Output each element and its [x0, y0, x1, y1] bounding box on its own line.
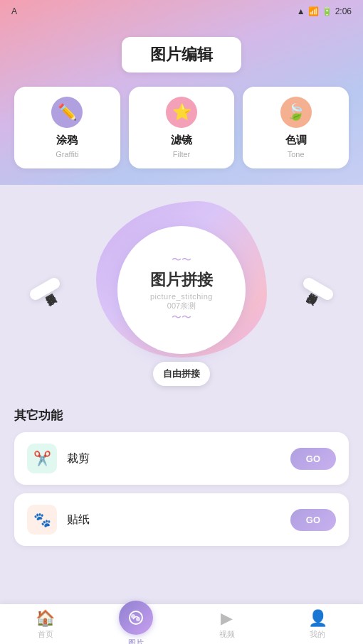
stitching-circle[interactable]: 〜〜 图片拼接 picture_stitching 007亲测 〜〜	[117, 226, 246, 354]
feature-card-filter[interactable]: ⭐ 滤镜 Filter	[129, 87, 235, 168]
filter-label-cn: 滤镜	[171, 134, 192, 147]
func-card-crop[interactable]: ✂️ 裁剪 GO	[14, 432, 349, 485]
time-display: 2:06	[335, 6, 352, 16]
nav-item-mine[interactable]: 👤 我的	[273, 609, 364, 640]
wavy-decoration: 〜〜	[172, 254, 191, 267]
mine-nav-label: 我的	[310, 629, 325, 640]
battery-icon: 🔋	[322, 6, 332, 16]
page-title-wrap: 图片编辑	[0, 37, 363, 73]
crop-label: 裁剪	[67, 451, 290, 466]
signal-icon: 📶	[308, 6, 319, 16]
stitching-area: 〜〜 图片拼接 picture_stitching 007亲测 〜〜 竖图拼接 …	[0, 180, 363, 400]
photo-nav-label: 图片	[128, 638, 144, 645]
video-nav-icon: ▶	[221, 609, 233, 628]
section-title: 其它功能	[14, 407, 349, 424]
free-stitch-button[interactable]: 自由拼接	[153, 362, 210, 386]
video-nav-label: 视频	[219, 629, 235, 640]
sticker-go-button[interactable]: GO	[290, 509, 336, 531]
main-content: 图片编辑 ✏️ 涂鸦 Graffiti ⭐ 滤镜 Filter 🍃 色调 Ton…	[0, 23, 363, 604]
graffiti-label-en: Graffiti	[56, 150, 78, 159]
feature-card-graffiti[interactable]: ✏️ 涂鸦 Graffiti	[14, 87, 120, 168]
filter-label-en: Filter	[173, 150, 190, 159]
sticker-icon: 🐾	[27, 505, 57, 535]
tone-label-en: Tone	[288, 150, 305, 159]
wavy-decoration-bottom: 〜〜	[172, 311, 191, 324]
page-title: 图片编辑	[122, 37, 241, 73]
stitching-title-cn: 图片拼接	[150, 269, 213, 291]
nav-item-video[interactable]: ▶ 视频	[182, 609, 273, 640]
graffiti-label-cn: 涂鸦	[56, 134, 78, 147]
stitching-subtitle: 007亲测	[167, 301, 196, 311]
vertical-stitch-button[interactable]: 竖图拼接	[28, 276, 62, 302]
tone-label-cn: 色调	[285, 134, 307, 147]
status-bar: A ▲ 📶 🔋 2:06	[0, 0, 363, 23]
crop-go-button[interactable]: GO	[290, 448, 336, 470]
nav-item-photo[interactable]: 图片	[91, 601, 182, 645]
tone-icon: 🍃	[280, 97, 312, 128]
func-card-sticker[interactable]: 🐾 贴纸 GO	[14, 493, 349, 546]
nav-item-home[interactable]: 🏠 首页	[0, 609, 91, 640]
sticker-label: 贴纸	[67, 512, 290, 527]
feature-card-tone[interactable]: 🍃 色调 Tone	[243, 87, 349, 168]
feature-cards: ✏️ 涂鸦 Graffiti ⭐ 滤镜 Filter 🍃 色调 Tone	[0, 87, 363, 168]
app-icon: A	[11, 6, 17, 16]
photo-nav-icon	[119, 601, 153, 635]
bottom-nav: 🏠 首页 图片 ▶ 视频 👤 我的	[0, 604, 363, 644]
other-section: 其它功能 ✂️ 裁剪 GO 🐾 贴纸 GO	[0, 407, 363, 546]
wifi-icon: ▲	[297, 6, 305, 16]
crop-icon: ✂️	[27, 444, 57, 473]
home-nav-label: 首页	[38, 629, 53, 640]
svg-point-0	[130, 611, 142, 624]
home-nav-icon: 🏠	[36, 609, 55, 628]
horizontal-stitch-button[interactable]: 横图拼接	[301, 276, 335, 302]
mine-nav-icon: 👤	[308, 609, 327, 628]
status-right: ▲ 📶 🔋 2:06	[297, 6, 352, 16]
filter-icon: ⭐	[166, 97, 197, 128]
stitching-title-en: picture_stitching	[150, 292, 213, 301]
graffiti-icon: ✏️	[51, 97, 83, 128]
